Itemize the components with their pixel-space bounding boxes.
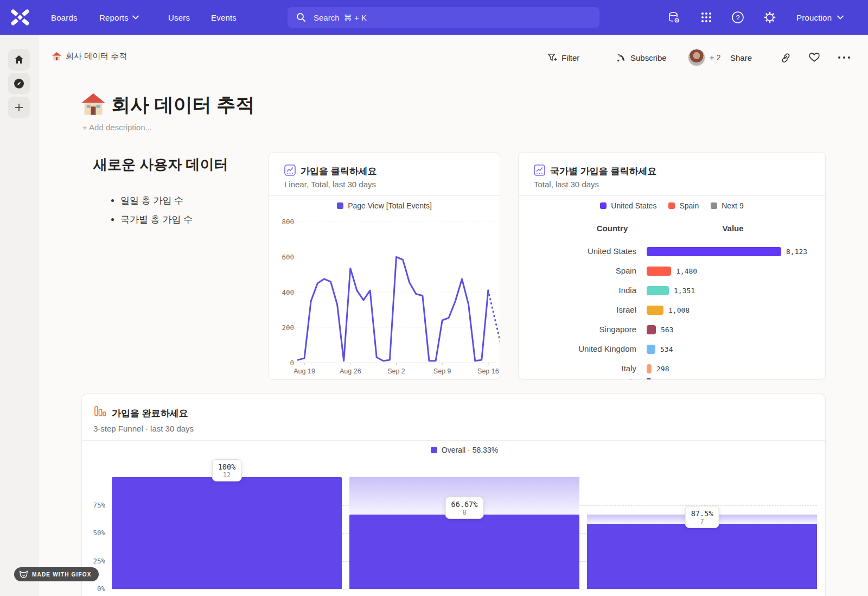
- conversion-count: 7: [691, 518, 713, 525]
- home-emoji-icon: [52, 52, 61, 61]
- country-value: 563: [661, 326, 673, 334]
- top-nav: Boards Reports Users Events ?: [0, 0, 868, 35]
- country-bar: [647, 325, 656, 334]
- country-bar: [647, 267, 671, 276]
- country-label: Canada: [519, 377, 636, 380]
- country-value: 298: [656, 365, 669, 373]
- report-subtitle: Linear, Total, last 30 days: [284, 180, 376, 189]
- funnel-tooltip: 100%12: [212, 459, 242, 481]
- legend-label: Page View [Total Events]: [348, 201, 432, 210]
- notes-title: 새로운 사용자 데이터: [93, 155, 228, 174]
- compass-icon: [14, 78, 24, 89]
- notes-bullet: 국가별 총 가입 수: [120, 213, 193, 227]
- svg-text:?: ?: [736, 14, 739, 22]
- page-title: 회사 데이터 추적: [111, 92, 254, 118]
- help-icon[interactable]: ?: [731, 11, 744, 24]
- nav-events[interactable]: Events: [211, 0, 237, 35]
- home-icon: [14, 54, 24, 65]
- country-bar: [647, 378, 651, 381]
- home-nav-button[interactable]: [8, 49, 30, 71]
- x-axis-line: [112, 589, 817, 589]
- favorite-heart-icon[interactable]: [808, 52, 820, 63]
- left-rail: [0, 35, 39, 596]
- conversion-pct: 66.67%: [451, 500, 478, 509]
- x-axis-tick: Sep 16: [477, 367, 499, 375]
- apps-grid-icon[interactable]: [700, 11, 713, 24]
- line-chart-icon: [284, 164, 296, 176]
- country-bar: [647, 345, 655, 354]
- chevron-down-icon: [837, 15, 844, 20]
- search-field[interactable]: [312, 12, 575, 23]
- gifox-badge[interactable]: MADE WITH GIFOX: [14, 567, 99, 581]
- divider: [269, 195, 500, 196]
- funnel-bar: [587, 524, 817, 589]
- country-bar: [647, 364, 652, 373]
- y-axis-tick: 600: [282, 253, 294, 261]
- x-axis-tick: Aug 19: [293, 367, 315, 375]
- mixpanel-logo-icon[interactable]: [10, 9, 30, 26]
- country-label: Spain: [519, 266, 636, 275]
- conversion-pct: 87.5%: [691, 509, 713, 518]
- country-label: United States: [519, 246, 636, 256]
- settings-gear-icon[interactable]: [763, 11, 776, 24]
- report-title[interactable]: 가입을 클릭하세요: [301, 165, 377, 177]
- nav-boards[interactable]: Boards: [51, 0, 78, 35]
- breadcrumb-label: 회사 데이터 추적: [66, 51, 127, 61]
- rss-icon: [616, 53, 626, 63]
- y-axis-tick: 0%: [81, 585, 105, 593]
- line-chart-plot: 0200400600800Aug 19Aug 26Sep 2Sep 9Sep 1…: [269, 213, 500, 380]
- country-value: 534: [660, 345, 673, 353]
- funnel-plot: 0%25%50%75%100%1266.67%887.5%7: [82, 394, 826, 596]
- y-axis-tick: 25%: [81, 557, 105, 565]
- x-axis-tick: Sep 9: [433, 367, 451, 375]
- nav-reports[interactable]: Reports: [99, 0, 139, 35]
- country-bar-list: United States8,123Spain1,480India1,351Is…: [519, 153, 826, 380]
- country-label: Israel: [519, 305, 636, 314]
- country-value: 1,008: [668, 306, 690, 314]
- create-new-button[interactable]: [8, 97, 30, 118]
- country-value: 1,351: [674, 287, 695, 295]
- notes-bullet: 일일 총 가입 수: [120, 194, 193, 208]
- conversion-pct: 100%: [218, 462, 236, 471]
- country-label: Italy: [519, 364, 636, 373]
- country-bar: [647, 247, 781, 256]
- funnel-chart-card: 가입을 완료하세요 3-step Funnel · last 30 days O…: [81, 394, 826, 596]
- funnel-bar: [112, 477, 342, 589]
- share-button[interactable]: Share: [730, 50, 752, 65]
- filter-button[interactable]: Filter: [547, 50, 579, 65]
- country-label: India: [519, 286, 636, 295]
- x-axis-tick: Aug 26: [340, 367, 361, 375]
- chart-legend[interactable]: Page View [Total Events]: [269, 201, 500, 210]
- conversion-count: 12: [218, 471, 236, 479]
- conversion-count: 8: [451, 509, 478, 516]
- funnel-tooltip: 66.67%8: [445, 497, 484, 519]
- y-axis-tick: 0: [290, 359, 294, 367]
- search-input[interactable]: [288, 7, 599, 28]
- country-label: United Kingdom: [519, 344, 636, 353]
- copy-link-icon[interactable]: [780, 52, 792, 64]
- funnel-bar: [349, 515, 579, 589]
- breadcrumb[interactable]: 회사 데이터 추적: [52, 51, 127, 61]
- project-switcher[interactable]: Prouction: [796, 0, 844, 35]
- plus-icon: [14, 103, 24, 112]
- country-bar: [647, 286, 669, 295]
- country-value: 1,480: [676, 267, 697, 275]
- search-icon: [296, 12, 306, 22]
- subscribe-button[interactable]: Subscribe: [616, 50, 667, 65]
- gifox-label: MADE WITH GIFOX: [32, 572, 92, 578]
- line-series-incomplete: [488, 290, 500, 346]
- country-bar: [647, 306, 663, 315]
- country-value: 8,123: [786, 248, 807, 256]
- filter-funnel-icon: [547, 53, 557, 63]
- fox-icon: [19, 570, 28, 579]
- data-management-icon[interactable]: [667, 11, 680, 24]
- more-options-icon[interactable]: [837, 55, 851, 60]
- line-series: [298, 257, 488, 360]
- nav-users[interactable]: Users: [168, 0, 190, 35]
- line-chart-card: 가입을 클릭하세요 Linear, Total, last 30 days Pa…: [269, 152, 500, 380]
- y-axis-tick: 800: [282, 218, 294, 226]
- add-description-button[interactable]: + Add description...: [82, 123, 152, 132]
- collaborators[interactable]: + 2: [688, 50, 721, 65]
- notes-list: 일일 총 가입 수 국가별 총 가입 수: [99, 194, 193, 232]
- discover-nav-button[interactable]: [8, 73, 30, 94]
